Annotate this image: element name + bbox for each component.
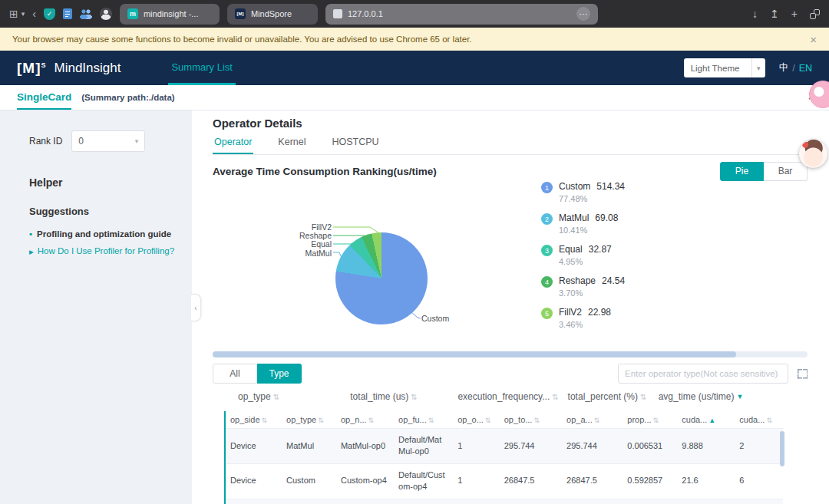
cell: FillV2-op13 — [336, 499, 394, 504]
warning-text: Your browser may cause some functions to… — [12, 35, 472, 44]
profile-icon[interactable] — [100, 8, 112, 20]
pie-chart[interactable] — [335, 232, 428, 324]
legend-percent: 3.46% — [559, 320, 611, 329]
ranking-title: Average Time Consumption Ranking(us/time… — [213, 166, 437, 177]
chart-type-toggle: Pie Bar — [720, 162, 808, 181]
cell: 0.006531 — [623, 429, 677, 464]
assistant-avatar[interactable] — [799, 140, 827, 168]
caret-down-icon[interactable]: ▾ — [21, 11, 25, 18]
pie-toggle-button[interactable]: Pie — [720, 162, 764, 181]
th-cuda-avg[interactable]: cuda...▲ — [677, 411, 735, 429]
cell: 237.12 — [500, 499, 562, 504]
legend-item[interactable]: 5 FillV222.98 3.46% — [541, 307, 625, 329]
collapse-icon: ‹ — [194, 304, 197, 312]
th-op-type[interactable]: op_type⇅ — [282, 411, 336, 429]
tab-title: mindinsight -... — [144, 9, 199, 18]
col-header-avg-time[interactable]: avg_time (us/time)▼ — [659, 391, 744, 402]
operator-tabs: Operator Kernel HOSTCPU — [213, 135, 808, 155]
theme-select[interactable]: Light Theme ▾ — [684, 58, 765, 77]
rank-id-select[interactable]: 0 ▾ — [71, 130, 145, 152]
tab-singlecard[interactable]: SingleCard — [17, 85, 71, 110]
operator-type-search-input[interactable] — [618, 364, 788, 384]
scrollbar-thumb[interactable] — [213, 351, 736, 357]
lang-zh[interactable]: 中 — [779, 61, 789, 74]
sidebar-collapse-handle[interactable]: ‹ — [191, 294, 201, 321]
th-proportion[interactable]: prop...⇅ — [623, 411, 677, 429]
pie-chart-area: FillV2 Reshape Equal MatMul Custom 1 Cus… — [213, 181, 808, 350]
legend-item[interactable]: 4 Reshape24.54 3.70% — [541, 275, 625, 298]
cell: 295.744 — [500, 429, 562, 464]
people-extension-icon[interactable] — [80, 8, 92, 19]
legend-name: MatMul — [559, 212, 589, 223]
window-layout-icon[interactable]: ⊞ — [9, 8, 18, 19]
pie-label-equal: Equal — [278, 239, 332, 249]
shield-icon[interactable]: ✓ — [44, 8, 55, 20]
tab-overview-icon[interactable] — [810, 9, 820, 19]
tab-hostcpu[interactable]: HOSTCPU — [330, 135, 380, 154]
legend-item[interactable]: 2 MatMul69.08 10.41% — [541, 212, 625, 235]
sort-icon[interactable]: ⇅ — [411, 393, 417, 401]
table-row[interactable]: Device FillV2 FillV2-op13 Default/FillV2… — [226, 499, 783, 504]
browser-tab-mindspore[interactable]: [M] MindSpore — [227, 4, 318, 25]
fullscreen-icon[interactable] — [798, 369, 808, 379]
sort-desc-icon[interactable]: ▼ — [736, 393, 743, 400]
cell: 10 — [453, 499, 500, 504]
back-icon[interactable]: ‹ — [32, 8, 36, 19]
new-tab-icon[interactable]: + — [791, 8, 798, 20]
check-icon: ✓ — [47, 10, 53, 18]
legend-percent: 3.70% — [559, 288, 625, 298]
table-row[interactable]: Device Custom Custom-op4 Default/Custom-… — [226, 463, 783, 499]
legend-name: Custom — [559, 181, 590, 192]
col-header-total-time[interactable]: total_time (us)⇅ — [350, 391, 417, 402]
cell: 9.888 — [677, 429, 735, 464]
th-op-full-name[interactable]: op_fu...⇅ — [394, 411, 453, 429]
th-op-occurrences[interactable]: op_o...⇅ — [453, 411, 500, 429]
bar-toggle-button[interactable]: Bar — [764, 162, 808, 181]
legend-percent: 10.41% — [559, 226, 618, 235]
chart-legend: 1 Custom514.34 77.48% 2 MatMul69.08 10.4… — [541, 181, 625, 338]
legend-percent: 77.48% — [559, 194, 625, 203]
downloads-icon[interactable]: ↓ — [752, 8, 758, 20]
th-op-avg-time[interactable]: op_a...⇅ — [562, 411, 623, 429]
legend-item[interactable]: 3 Equal32.87 4.95% — [541, 244, 625, 266]
profiler-help-link[interactable]: ▸ How Do I Use Profiler for Profiling? — [29, 246, 177, 257]
cell: 16 — [735, 499, 783, 504]
document-extension-icon[interactable] — [63, 8, 72, 19]
cell: Device — [226, 463, 282, 499]
cell: 26847.5 — [562, 463, 623, 499]
th-op-total-time[interactable]: op_to...⇅ — [500, 411, 562, 429]
lang-en[interactable]: EN — [799, 63, 812, 74]
table-row[interactable]: Device MatMul MatMul-op0 Default/MatMul-… — [226, 429, 783, 464]
legend-marker: 4 — [541, 276, 553, 288]
th-op-side[interactable]: op_side⇅ — [226, 411, 282, 429]
chevron-down-icon: ▾ — [751, 58, 765, 77]
page-tabbar: SingleCard (Summary path:./data) × — [0, 85, 829, 110]
browser-tab-localhost[interactable]: 127.0.0.1 ⋯ — [325, 4, 598, 25]
main-panel: Operator Details Operator Kernel HOSTCPU… — [192, 110, 829, 504]
th-cuda-count[interactable]: cuda...⇅ — [735, 411, 783, 429]
legend-value: 69.08 — [595, 212, 618, 223]
cell: 1 — [453, 429, 500, 464]
share-icon[interactable]: ↥ — [770, 8, 779, 20]
legend-item[interactable]: 1 Custom514.34 77.48% — [541, 181, 625, 203]
tab-operator[interactable]: Operator — [213, 135, 253, 154]
nav-summary-list[interactable]: Summary List — [168, 51, 235, 85]
sort-icon[interactable]: ⇅ — [552, 393, 558, 401]
cell: 0.005236 — [623, 499, 677, 504]
col-header-op-type[interactable]: op_type⇅ — [238, 391, 279, 402]
th-op-name[interactable]: op_n...⇅ — [336, 411, 394, 429]
col-header-execution-frequency[interactable]: execution_frequency...⇅ — [457, 391, 558, 402]
tab-kernel[interactable]: Kernel — [276, 135, 307, 154]
warning-close-icon[interactable]: × — [810, 33, 817, 46]
filter-all-button[interactable]: All — [213, 364, 257, 384]
tab-more-icon[interactable]: ⋯ — [576, 7, 590, 21]
col-header-total-percent[interactable]: total_percent (%)⇅ — [568, 391, 647, 402]
sort-icon[interactable]: ⇅ — [640, 393, 646, 401]
filter-type-button[interactable]: Type — [257, 364, 302, 384]
cell: Default/MatMul-op0 — [394, 429, 453, 464]
horizontal-scrollbar[interactable] — [213, 351, 808, 357]
vertical-scrollbar-thumb[interactable] — [780, 431, 784, 466]
sort-icon[interactable]: ⇅ — [273, 393, 279, 401]
cell: 23.712 — [562, 499, 623, 504]
browser-tab-mindinsight[interactable]: m mindinsight -... — [120, 4, 220, 25]
